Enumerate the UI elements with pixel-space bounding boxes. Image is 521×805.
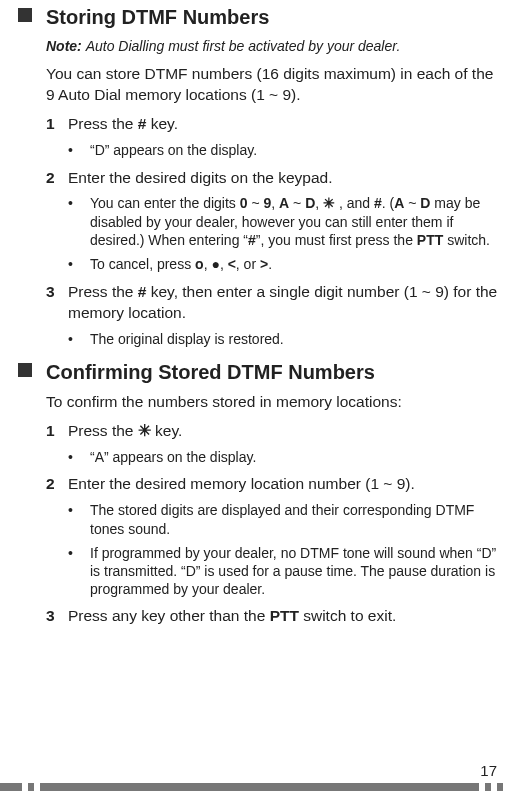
sub-text: You can enter the digits 0 ~ 9, A ~ D, ✳… xyxy=(90,194,503,249)
sub-text: If programmed by your dealer, no DTMF to… xyxy=(90,544,503,599)
dot-icon: ● xyxy=(211,256,219,272)
page-footer: 17 xyxy=(0,777,521,797)
section2-intro: To confirm the numbers stored in memory … xyxy=(46,392,503,413)
square-bullet-icon xyxy=(18,363,32,377)
step-1: 1 Press the # key. xyxy=(46,114,503,135)
footer-bar xyxy=(40,783,479,791)
star-icon: ✳ xyxy=(138,422,151,439)
sub-bullet-row: • To cancel, press o, ●, <, or >. xyxy=(68,255,503,274)
bullet-icon: • xyxy=(68,448,90,467)
sub-bullet-row: • “A” appears on the display. xyxy=(68,448,503,467)
note-line: Note: Auto Dialling must first be activa… xyxy=(46,37,503,56)
section-storing-header: Storing DTMF Numbers xyxy=(18,4,503,31)
page-number: 17 xyxy=(476,762,501,779)
footer-bar xyxy=(497,783,503,791)
step-num: 3 xyxy=(46,282,68,324)
section-storing-title: Storing DTMF Numbers xyxy=(46,4,269,31)
step-body: Press the # key. xyxy=(68,114,503,135)
step-3: 3 Press the # key, then enter a single d… xyxy=(46,282,503,324)
sub-text: To cancel, press o, ●, <, or >. xyxy=(90,255,503,274)
note-label: Note: xyxy=(46,38,82,54)
section-confirming-body: To confirm the numbers stored in memory … xyxy=(46,392,503,628)
step-num: 1 xyxy=(46,114,68,135)
sub-bullet-row: • If programmed by your dealer, no DTMF … xyxy=(68,544,503,599)
bullet-icon: • xyxy=(68,255,90,274)
text: key. xyxy=(146,115,178,132)
sub-bullet-row: • You can enter the digits 0 ~ 9, A ~ D,… xyxy=(68,194,503,249)
footer-bar xyxy=(28,783,34,791)
bullet-icon: • xyxy=(68,330,90,349)
step-1: 1 Press the ✳ key. xyxy=(46,421,503,442)
star-icon: ✳ xyxy=(323,195,335,211)
sub-text: The stored digits are displayed and thei… xyxy=(90,501,503,537)
text: Press the xyxy=(68,115,138,132)
bullet-icon: • xyxy=(68,194,90,249)
step-3: 3 Press any key other than the PTT switc… xyxy=(46,606,503,627)
sub-bullet-row: • “D” appears on the display. xyxy=(68,141,503,160)
sub-text: “A” appears on the display. xyxy=(90,448,503,467)
section-confirming-header: Confirming Stored DTMF Numbers xyxy=(18,359,503,386)
bullet-icon: • xyxy=(68,141,90,160)
bullet-icon: • xyxy=(68,501,90,537)
step-2: 2 Enter the desired memory location numb… xyxy=(46,474,503,495)
step-body: Press the ✳ key. xyxy=(68,421,503,442)
footer-bar xyxy=(0,783,22,791)
step-body: Press any key other than the PTT switch … xyxy=(68,606,503,627)
sub-bullet-row: • The original display is restored. xyxy=(68,330,503,349)
note-text: Auto Dialling must first be activated by… xyxy=(86,38,401,54)
sub-text: “D” appears on the display. xyxy=(90,141,503,160)
step-body: Enter the desired digits on the keypad. xyxy=(68,168,503,189)
square-bullet-icon xyxy=(18,8,32,22)
step-2: 2 Enter the desired digits on the keypad… xyxy=(46,168,503,189)
step-body: Enter the desired memory location number… xyxy=(68,474,503,495)
step-body: Press the # key, then enter a single dig… xyxy=(68,282,503,324)
step-num: 1 xyxy=(46,421,68,442)
bullet-icon: • xyxy=(68,544,90,599)
step-num: 2 xyxy=(46,474,68,495)
section-storing-body: Note: Auto Dialling must first be activa… xyxy=(46,37,503,349)
sub-bullet-row: • The stored digits are displayed and th… xyxy=(68,501,503,537)
page-content: Storing DTMF Numbers Note: Auto Dialling… xyxy=(0,0,521,627)
section-confirming-title: Confirming Stored DTMF Numbers xyxy=(46,359,375,386)
footer-bar xyxy=(485,783,491,791)
step-num: 2 xyxy=(46,168,68,189)
sub-text: The original display is restored. xyxy=(90,330,503,349)
section1-intro: You can store DTMF numbers (16 digits ma… xyxy=(46,64,503,106)
step-num: 3 xyxy=(46,606,68,627)
